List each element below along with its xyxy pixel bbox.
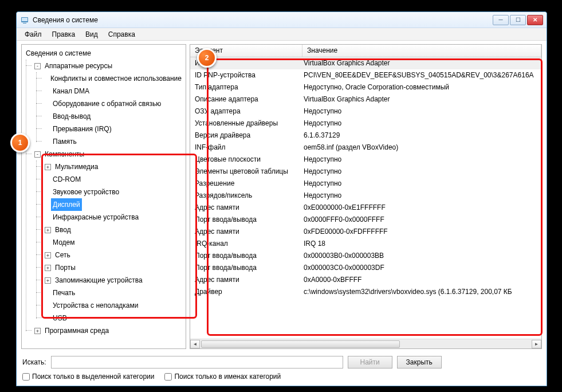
maximize-button[interactable]: ☐	[510, 15, 526, 25]
menu-help[interactable]: Справка	[104, 29, 140, 40]
detail-value: 0x0000FFF0-0x0000FFFF	[302, 214, 541, 225]
chk-category[interactable]	[22, 373, 30, 381]
titlebar[interactable]: Сведения о системе ─ ☐ ✕	[17, 12, 547, 28]
tree-item[interactable]: Прерывания (IRQ)	[44, 123, 184, 135]
detail-row[interactable]: Установленные драйверыНедоступно	[190, 117, 541, 130]
tree-item[interactable]: Конфликты и совместное использование	[44, 72, 184, 85]
app-icon	[20, 15, 29, 25]
expand-icon[interactable]: +	[45, 227, 51, 233]
detail-name: Установленные драйверы	[190, 118, 302, 129]
menu-edit[interactable]: Правка	[48, 29, 80, 40]
tree-item-label: Прерывания (IRQ)	[51, 123, 113, 135]
horizontal-scrollbar[interactable]: ◄ ►	[190, 339, 541, 348]
detail-value: Недоступно	[302, 178, 541, 189]
menu-file[interactable]: Файл	[20, 29, 46, 40]
tree-item[interactable]: CD-ROM	[44, 173, 184, 186]
collapse-icon[interactable]: -	[34, 63, 41, 69]
tree-software[interactable]: + Программная среда	[33, 324, 184, 337]
tree-item[interactable]: +Запоминающие устройства	[44, 274, 184, 287]
tree-hardware[interactable]: - Аппаратные ресурсы	[33, 60, 184, 72]
scroll-right-icon[interactable]: ►	[532, 340, 541, 348]
tree-components[interactable]: - Компоненты	[33, 148, 184, 160]
tree-item[interactable]: +Ввод	[44, 224, 184, 236]
expand-icon[interactable]: +	[45, 252, 51, 258]
tree-item[interactable]: +Сеть	[44, 249, 184, 261]
detail-value: Недоступно	[302, 118, 541, 129]
scroll-left-icon[interactable]: ◄	[190, 340, 200, 348]
close-button[interactable]: ✕	[527, 15, 543, 25]
expand-icon[interactable]: +	[45, 164, 51, 170]
detail-row[interactable]: Адрес памяти0xE0000000-0xE1FFFFFF	[190, 202, 541, 214]
tree-item[interactable]: USB	[44, 312, 184, 324]
detail-row[interactable]: ИмяVirtualBox Graphics Adapter	[190, 57, 541, 69]
search-input[interactable]	[51, 356, 343, 369]
detail-name: Описание адаптера	[190, 94, 302, 105]
window-title: Сведения о системе	[33, 16, 493, 24]
detail-row[interactable]: INF-файлoem58.inf (раздел VBoxVideo)	[190, 142, 541, 154]
detail-row[interactable]: Описание адаптераVirtualBox Graphics Ada…	[190, 93, 541, 105]
tree-item[interactable]: Канал DMA	[44, 85, 184, 97]
detail-name: Адрес памяти	[190, 275, 302, 285]
tree-item-label: Ввод	[53, 224, 73, 236]
tree-item[interactable]: Ввод-вывод	[44, 110, 184, 123]
tree-item[interactable]: Модем	[44, 236, 184, 249]
badge-1: 1	[10, 133, 30, 152]
tree-item[interactable]: Звуковое устройство	[44, 186, 184, 198]
detail-value: IRQ 18	[302, 238, 541, 249]
detail-name: Тип адаптера	[190, 82, 302, 93]
tree-item[interactable]: Дисплей	[44, 198, 184, 211]
detail-value: c:\windows\system32\drivers\vboxvideo.sy…	[302, 287, 541, 297]
chk-category-label[interactable]: Поиск только в выделенной категории	[22, 373, 154, 381]
collapse-icon[interactable]: -	[34, 151, 41, 158]
tree-item[interactable]: Печать	[44, 287, 184, 299]
detail-name: Цветовые плоскости	[190, 154, 302, 165]
column-value[interactable]: Значение	[302, 45, 541, 57]
detail-row[interactable]: Драйверc:\windows\system32\drivers\vboxv…	[190, 286, 541, 298]
detail-row[interactable]: Порт ввода/вывода0x000003B0-0x000003BB	[190, 250, 541, 262]
tree-software-label: Программная среда	[43, 324, 111, 337]
menu-view[interactable]: Вид	[81, 29, 103, 40]
detail-name: Элементы цветовой таблицы	[190, 166, 302, 177]
tree-item[interactable]: Устройства с неполадками	[44, 299, 184, 312]
chk-names[interactable]	[164, 373, 172, 381]
detail-value: 6.1.6.37129	[302, 130, 541, 141]
detail-body[interactable]: ИмяVirtualBox Graphics AdapterID PNP-уст…	[190, 57, 541, 339]
detail-row[interactable]: Разрядов/пиксельНедоступно	[190, 190, 541, 202]
detail-row[interactable]: Тип адаптераНедоступно, Oracle Corporati…	[190, 81, 541, 93]
expand-icon[interactable]: +	[45, 277, 51, 284]
tree-item[interactable]: Инфракрасные устройства	[44, 211, 184, 224]
tree-root[interactable]: Сведения о системе	[23, 47, 184, 60]
tree-item-label: Память	[51, 135, 78, 148]
close-search-button[interactable]: Закрыть	[397, 356, 442, 369]
tree-hardware-label: Аппаратные ресурсы	[43, 60, 114, 72]
scroll-track[interactable]	[200, 340, 532, 348]
detail-row[interactable]: ID PNP-устройстваPCI\VEN_80EE&DEV_BEEF&S…	[190, 69, 541, 81]
detail-value: PCI\VEN_80EE&DEV_BEEF&SUBSYS_040515AD&RE…	[302, 70, 541, 81]
minimize-button[interactable]: ─	[493, 15, 509, 25]
find-button[interactable]: Найти	[348, 356, 392, 369]
tree-item-label: Порты	[53, 261, 77, 274]
detail-row[interactable]: ОЗУ адаптераНедоступно	[190, 105, 541, 117]
detail-row[interactable]: Адрес памяти0xA0000-0xBFFFF	[190, 274, 541, 286]
detail-row[interactable]: IRQ-каналIRQ 18	[190, 238, 541, 250]
tree-item[interactable]: +Порты	[44, 261, 184, 274]
tree-item-label: Инфракрасные устройства	[51, 211, 140, 224]
tree-components-label: Компоненты	[43, 148, 86, 160]
detail-pane: Элемент Значение ИмяVirtualBox Graphics …	[190, 44, 542, 349]
detail-row[interactable]: Порт ввода/вывода0x000003C0-0x000003DF	[190, 262, 541, 274]
tree-item[interactable]: Оборудование с обратной связью	[44, 97, 184, 110]
tree-item[interactable]: +Мультимедиа	[44, 160, 184, 173]
detail-row[interactable]: Цветовые плоскостиНедоступно	[190, 154, 541, 166]
tree-pane[interactable]: Сведения о системе - Аппаратные ресурсы …	[21, 44, 186, 349]
detail-row[interactable]: Версия драйвера6.1.6.37129	[190, 130, 541, 142]
tree-item[interactable]: Память	[44, 135, 184, 148]
detail-row[interactable]: Порт ввода/вывода0x0000FFF0-0x0000FFFF	[190, 214, 541, 226]
expand-icon[interactable]: +	[34, 328, 41, 334]
scroll-thumb[interactable]	[201, 340, 400, 348]
detail-row[interactable]: Адрес памяти0xFDE00000-0xFDFFFFFF	[190, 226, 541, 238]
expand-icon[interactable]: +	[45, 265, 51, 271]
detail-row[interactable]: Элементы цветовой таблицыНедоступно	[190, 166, 541, 178]
detail-row[interactable]: РазрешениеНедоступно	[190, 178, 541, 190]
detail-value: 0x000003C0-0x000003DF	[302, 262, 541, 273]
chk-names-label[interactable]: Поиск только в именах категорий	[164, 373, 281, 381]
